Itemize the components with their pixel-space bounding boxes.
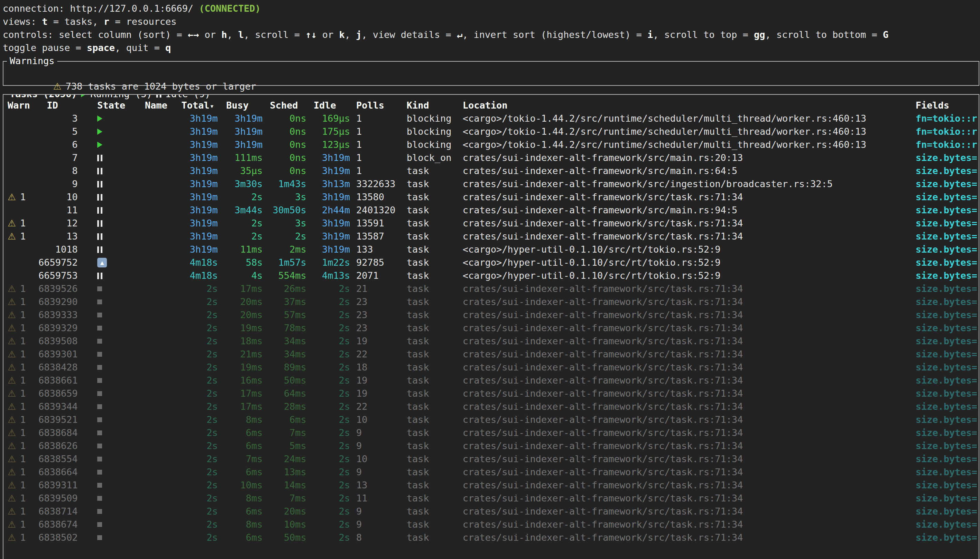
task-row[interactable]: 66597534m18s4s554ms4m13s2071task<cargo>/… — [8, 269, 978, 282]
key-hint: gg — [754, 29, 765, 40]
polls-count: 1 — [356, 112, 401, 125]
key-hint: j — [356, 29, 361, 40]
task-row[interactable]: 63h19m3h19m0ns123µs1blocking<cargo>/toki… — [8, 138, 978, 151]
warn-cell: ⚠1 — [8, 282, 38, 295]
task-fields: size.bytes= — [915, 335, 978, 348]
task-row[interactable]: ⚠168387142s6ms20ms2s9taskcrates/sui-inde… — [8, 505, 978, 518]
sched-duration: 57ms — [270, 308, 306, 322]
task-row[interactable]: ⚠168384282s19ms89ms2s18taskcrates/sui-in… — [8, 361, 978, 374]
running-state-icon — [97, 142, 103, 148]
task-name — [145, 479, 179, 492]
task-row[interactable]: ⚠168395092s8ms7ms2s11taskcrates/sui-inde… — [8, 492, 978, 505]
warn-cell — [8, 112, 38, 125]
idle-duration: 3h19m — [313, 243, 350, 256]
text-segment: , quit = — [115, 42, 165, 53]
column-header-location[interactable]: Location — [463, 99, 911, 112]
task-row[interactable]: ⚠168386592s17ms64ms2s19taskcrates/sui-in… — [8, 387, 978, 400]
idle-duration: 2s — [313, 387, 350, 400]
task-location: crates/sui-indexer-alt-framework/src/tas… — [463, 361, 911, 374]
warning-icon: ⚠ — [53, 81, 61, 92]
warn-cell — [8, 177, 38, 190]
task-row[interactable]: ⚠168385022s6ms50ms2s8taskcrates/sui-inde… — [8, 531, 978, 544]
task-kind: task — [407, 479, 457, 492]
total-duration: 2s — [181, 308, 218, 322]
column-header-busy[interactable]: Busy — [226, 99, 263, 112]
task-kind: task — [407, 426, 457, 440]
help-header: connection: http://127.0.0.1:6669/ (CONN… — [3, 2, 980, 55]
warn-cell — [8, 151, 38, 164]
task-row[interactable]: ⚠168386842s6ms7ms2s9taskcrates/sui-index… — [8, 426, 978, 440]
completed-state-icon — [97, 443, 102, 448]
column-header-polls[interactable]: Polls — [356, 99, 401, 112]
tasks-count-label: Tasks (2056) — [10, 94, 77, 101]
column-header-fields[interactable]: Fields — [915, 99, 978, 112]
warn-count: 1 — [20, 519, 25, 530]
task-id: 6838502 — [38, 531, 78, 544]
polls-count: 133 — [356, 243, 401, 256]
task-row[interactable]: ⚠168386642s6ms13ms2s9taskcrates/sui-inde… — [8, 466, 978, 479]
task-row[interactable]: ⚠168393292s19ms78ms2s23taskcrates/sui-in… — [8, 322, 978, 335]
task-row[interactable]: 6659752▲4m18s58s1m57s1m22s92785task<carg… — [8, 256, 978, 269]
task-row[interactable]: ⚠168395212s8ms6ms2s10taskcrates/sui-inde… — [8, 413, 978, 426]
task-kind: task — [407, 308, 457, 322]
task-row[interactable]: 83h19m35µs0ns3h19m1taskcrates/sui-indexe… — [8, 164, 978, 177]
state-cell — [97, 466, 125, 479]
polls-count: 9 — [356, 505, 401, 518]
task-fields: size.bytes= — [915, 518, 978, 531]
task-row[interactable]: 93h19m3m30s1m43s3h13m3322633taskcrates/s… — [8, 177, 978, 190]
warnings-panel: Warnings ⚠738 tasks are 1024 bytes or la… — [3, 61, 979, 86]
task-row[interactable]: 73h19m111ms0ns3h19m1block_oncrates/sui-i… — [8, 151, 978, 164]
task-row[interactable]: ⚠168393442s17ms28ms2s22taskcrates/sui-in… — [8, 400, 978, 413]
task-row[interactable]: ⚠168393332s20ms57ms2s23taskcrates/sui-in… — [8, 308, 978, 322]
total-duration: 3h19m — [181, 112, 218, 125]
column-header-kind[interactable]: Kind — [407, 99, 457, 112]
column-header-name[interactable]: Name — [145, 99, 179, 112]
column-header-id[interactable]: ID — [38, 99, 78, 112]
task-row[interactable]: ⚠168392902s20ms37ms2s23taskcrates/sui-in… — [8, 295, 978, 308]
text-segment: or — [316, 29, 339, 40]
total-duration: 2s — [181, 374, 218, 387]
task-fields: size.bytes= — [915, 164, 978, 177]
sched-duration: 13ms — [270, 466, 306, 479]
task-name — [145, 453, 179, 466]
task-row[interactable]: ⚠168386612s16ms50ms2s19taskcrates/sui-in… — [8, 374, 978, 387]
task-row[interactable]: ⚠1123h19m2s3s3h19m13591taskcrates/sui-in… — [8, 217, 978, 230]
task-row[interactable]: ⚠1103h19m2s3s3h19m13580taskcrates/sui-in… — [8, 190, 978, 204]
task-row[interactable]: ⚠168385542s7ms24ms2s10taskcrates/sui-ind… — [8, 453, 978, 466]
task-row[interactable]: ⚠168395262s17ms26ms2s21taskcrates/sui-in… — [8, 282, 978, 295]
task-id: 6838554 — [38, 453, 78, 466]
task-row[interactable]: 113h19m3m44s30m50s2h44m2401320taskcrates… — [8, 204, 978, 217]
task-row[interactable]: ⚠1133h19m2s2s3h19m13587taskcrates/sui-in… — [8, 230, 978, 243]
column-header-warn[interactable]: Warn — [8, 99, 38, 112]
idle-duration: 2s — [313, 531, 350, 544]
task-id: 1018 — [38, 243, 78, 256]
task-fields: size.bytes= — [915, 466, 978, 479]
running-state-icon — [97, 116, 103, 122]
task-location: crates/sui-indexer-alt-framework/src/tas… — [463, 335, 911, 348]
column-header-idle[interactable]: Idle — [313, 99, 350, 112]
sched-duration: 0ns — [270, 138, 306, 151]
total-duration: 2s — [181, 426, 218, 440]
completed-state-icon — [97, 522, 102, 527]
task-row[interactable]: 53h19m3h19m0ns175µs1blocking<cargo>/toki… — [8, 125, 978, 138]
running-icon — [81, 94, 86, 97]
idle-duration: 169µs — [313, 112, 350, 125]
idle-duration: 3h19m — [313, 190, 350, 204]
column-header-total[interactable]: Total▾ — [181, 99, 218, 112]
task-fields: size.bytes= — [915, 440, 978, 453]
task-row[interactable]: 33h19m3h19m0ns169µs1blocking<cargo>/toki… — [8, 112, 978, 125]
idle-duration: 2s — [313, 505, 350, 518]
task-location: <cargo>/hyper-util-0.1.10/src/rt/tokio.r… — [463, 243, 911, 256]
task-row[interactable]: ⚠168393112s10ms14ms2s13taskcrates/sui-in… — [8, 479, 978, 492]
task-row[interactable]: ⚠168393012s21ms34ms2s22taskcrates/sui-in… — [8, 348, 978, 361]
task-row[interactable]: ⚠168386742s8ms10ms2s9taskcrates/sui-inde… — [8, 518, 978, 531]
column-header-sched[interactable]: Sched — [270, 99, 306, 112]
warn-cell: ⚠1 — [8, 400, 38, 413]
text-segment: , scroll = — [244, 29, 306, 40]
warn-count: 1 — [20, 362, 25, 372]
task-row[interactable]: ⚠168395082s18ms34ms2s19taskcrates/sui-in… — [8, 335, 978, 348]
column-header-state[interactable]: State — [97, 99, 125, 112]
text-segment: connection: http://127.0.0.1:6669/ — [3, 3, 199, 14]
task-row[interactable]: 10183h19m11ms2ms3h19m133task<cargo>/hype… — [8, 243, 978, 256]
task-row[interactable]: ⚠168386262s6ms5ms2s9taskcrates/sui-index… — [8, 440, 978, 453]
